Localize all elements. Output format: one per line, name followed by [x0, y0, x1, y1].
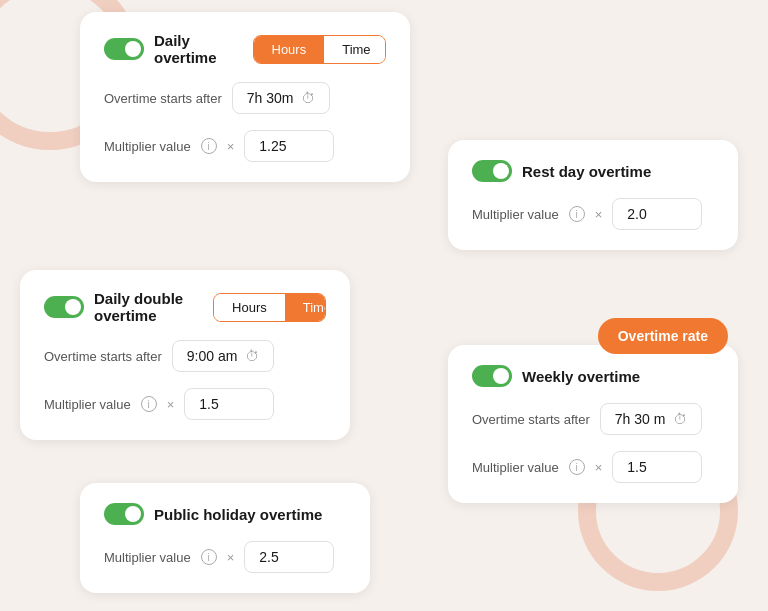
weekly-multiply-sign: ×: [595, 460, 603, 475]
public-holiday-multiplier-input[interactable]: 2.5: [244, 541, 334, 573]
daily-double-multiplier-label: Multiplier value: [44, 397, 131, 412]
weekly-title: Weekly overtime: [522, 368, 640, 385]
daily-double-title: Daily double overtime: [94, 290, 213, 324]
overtime-starts-input[interactable]: 7h 30m ⏱: [232, 82, 331, 114]
weekly-info-icon: i: [569, 459, 585, 475]
weekly-starts-input[interactable]: 7h 30 m ⏱: [600, 403, 703, 435]
daily-overtime-toggle[interactable]: [104, 38, 144, 60]
rest-day-multiplier-input[interactable]: 2.0: [612, 198, 702, 230]
weekly-clock-icon: ⏱: [673, 411, 687, 427]
segment-time-btn[interactable]: Time: [324, 36, 386, 63]
daily-overtime-card: Daily overtime Hours Time Overtime start…: [80, 12, 410, 182]
rest-day-toggle[interactable]: [472, 160, 512, 182]
public-holiday-info-icon: i: [201, 549, 217, 565]
daily-double-segment-hours-btn[interactable]: Hours: [214, 294, 285, 321]
public-holiday-multiply-sign: ×: [227, 550, 235, 565]
public-holiday-overtime-card: Public holiday overtime Multiplier value…: [80, 483, 370, 593]
daily-double-segment-time-btn[interactable]: Time: [285, 294, 326, 321]
public-holiday-multiplier-label: Multiplier value: [104, 550, 191, 565]
rest-day-multiplier-label: Multiplier value: [472, 207, 559, 222]
segment-hours-btn[interactable]: Hours: [254, 36, 325, 63]
rest-day-overtime-card: Rest day overtime Multiplier value i × 2…: [448, 140, 738, 250]
public-holiday-title: Public holiday overtime: [154, 506, 322, 523]
weekly-overtime-card: Weekly overtime Overtime starts after 7h…: [448, 345, 738, 503]
daily-double-info-icon: i: [141, 396, 157, 412]
weekly-multiplier-input[interactable]: 1.5: [612, 451, 702, 483]
multiplier-input[interactable]: 1.25: [244, 130, 334, 162]
daily-double-toggle[interactable]: [44, 296, 84, 318]
daily-overtime-title: Daily overtime: [154, 32, 253, 66]
weekly-starts-value: 7h 30 m: [615, 411, 666, 427]
daily-double-starts-input[interactable]: 9:00 am ⏱: [172, 340, 275, 372]
public-holiday-toggle[interactable]: [104, 503, 144, 525]
daily-double-multiply-sign: ×: [167, 397, 175, 412]
daily-double-clock-icon: ⏱: [245, 348, 259, 364]
weekly-starts-label: Overtime starts after: [472, 412, 590, 427]
daily-double-overtime-card: Daily double overtime Hours Time Overtim…: [20, 270, 350, 440]
rest-day-info-icon: i: [569, 206, 585, 222]
weekly-toggle[interactable]: [472, 365, 512, 387]
overtime-starts-value: 7h 30m: [247, 90, 294, 106]
daily-double-starts-value: 9:00 am: [187, 348, 238, 364]
daily-overtime-segment: Hours Time: [253, 35, 387, 64]
clock-icon: ⏱: [301, 90, 315, 106]
overtime-starts-label: Overtime starts after: [104, 91, 222, 106]
daily-double-segment: Hours Time: [213, 293, 326, 322]
overtime-rate-badge[interactable]: Overtime rate: [598, 318, 728, 354]
multiplier-label: Multiplier value: [104, 139, 191, 154]
rest-day-multiply-sign: ×: [595, 207, 603, 222]
weekly-multiplier-label: Multiplier value: [472, 460, 559, 475]
rest-day-title: Rest day overtime: [522, 163, 651, 180]
daily-double-multiplier-input[interactable]: 1.5: [184, 388, 274, 420]
info-icon: i: [201, 138, 217, 154]
multiply-sign: ×: [227, 139, 235, 154]
daily-double-starts-label: Overtime starts after: [44, 349, 162, 364]
